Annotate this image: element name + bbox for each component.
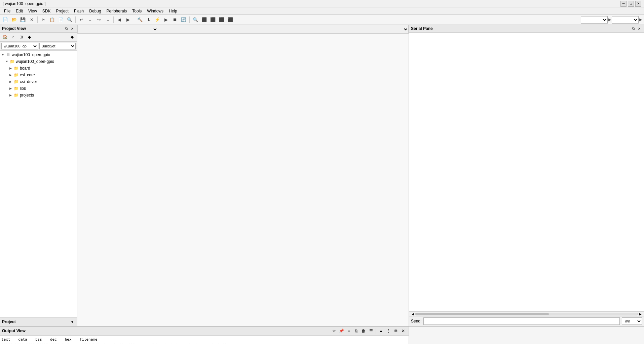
output-toolbar: ☆ 📌 ≡ ⎘ 🗑 ☰ ▲ ⋮ ⧉ ✕ [331, 328, 407, 334]
content-area [77, 25, 409, 326]
serial-float-button[interactable]: ⧉ [631, 26, 636, 31]
close-button[interactable]: ✕ [635, 1, 641, 7]
menu-item-peripherals[interactable]: Peripherals [104, 8, 130, 14]
toolbar-redo-arrow[interactable]: ⌄ [104, 16, 112, 24]
toolbar-flash[interactable]: ⚡ [153, 16, 161, 24]
toolbar-close[interactable]: ✕ [28, 16, 36, 24]
toolbar-open[interactable]: 📂 [10, 16, 18, 24]
ot-scroll-top[interactable]: ▲ [378, 328, 384, 334]
output-line-2: 26368 1628 6932 34928 8870 C:/Users/LENO… [1, 343, 407, 344]
toolbar-nav-back[interactable]: ◀ [115, 16, 123, 24]
editor-right-dropdown[interactable] [328, 25, 409, 34]
project-dropdown[interactable]: wujian100_op [1, 43, 38, 49]
menu-item-tools[interactable]: Tools [129, 8, 144, 14]
ot-pin[interactable]: 📌 [338, 328, 345, 334]
menu-item-flash[interactable]: Flash [71, 8, 86, 14]
tree-item-libs[interactable]: ▶ 📁 libs [0, 85, 77, 92]
board-folder-icon: 📁 [13, 66, 19, 71]
project-tree-container: ▼ 🖥 wujian100_open-gpio ▼ 📁 wujian100_op… [0, 51, 77, 317]
menu-item-windows[interactable]: Windows [144, 8, 166, 14]
toolbar-config-dropdown[interactable] [612, 16, 639, 24]
menu-item-edit[interactable]: Edit [13, 8, 26, 14]
tree-project-label: wujian100_open-gpio [16, 59, 54, 64]
tb-sep4 [134, 16, 134, 23]
ot-close[interactable]: ✕ [400, 328, 407, 334]
menu-item-sdk[interactable]: SDK [40, 8, 53, 14]
tree-item-board[interactable]: ▶ 📁 board [0, 65, 77, 72]
serial-hscroll[interactable]: ◀ ▶ [409, 311, 644, 316]
serial-content [409, 33, 644, 311]
toolbar-redo[interactable]: ↪ [95, 16, 103, 24]
menu-item-debug[interactable]: Debug [86, 8, 104, 14]
menu-item-view[interactable]: View [26, 8, 40, 14]
toolbar-peripheral4[interactable]: ⬛ [226, 16, 234, 24]
toolbar-find[interactable]: 🔍 [66, 16, 74, 24]
tree-expand-csi-core: ▶ [9, 73, 13, 77]
pt-bookmark[interactable]: ◆ [26, 34, 33, 40]
pt-navigate[interactable]: 🏠 [1, 34, 9, 40]
restore-button[interactable]: □ [628, 1, 634, 7]
tree-expand-projects: ▶ [9, 93, 13, 97]
toolbar-build[interactable]: 🔨 [136, 16, 144, 24]
project-bottom-dropdown[interactable]: ▼ [70, 319, 75, 324]
pt-home[interactable]: ⌂ [9, 34, 17, 40]
serial-scroll-right[interactable]: ▶ [638, 312, 643, 316]
toolbar-zoom[interactable]: 🔍 [191, 16, 199, 24]
project-panel: Project View ⧉ ✕ 🏠 ⌂ ⊞ ◆ ◆ wujian100_op … [0, 25, 77, 326]
ot-more[interactable]: ⋮ [385, 328, 392, 334]
ot-float[interactable]: ⧉ [392, 328, 399, 334]
menu-item-file[interactable]: File [1, 8, 13, 14]
csi-core-folder-icon: 📁 [13, 72, 19, 78]
menu-item-project[interactable]: Project [53, 8, 71, 14]
buildset-dropdown[interactable]: BuildSet [39, 43, 76, 49]
toolbar-debug-reset[interactable]: 🔄 [180, 16, 188, 24]
panel-float-button[interactable]: ⧉ [64, 26, 69, 31]
menu-item-help[interactable]: Help [166, 8, 180, 14]
toolbar-save[interactable]: 💾 [19, 16, 27, 24]
project-folder-icon: 📁 [9, 59, 15, 64]
pt-settings[interactable]: ◆ [68, 34, 76, 40]
title-bar: [ wujian100_open-gpio ] ─ □ ✕ [0, 0, 644, 7]
editor-header [77, 25, 409, 34]
minimize-button[interactable]: ─ [620, 1, 627, 7]
toolbar-nav-fwd[interactable]: ▶ [124, 16, 132, 24]
ot-copy-to-file[interactable]: ⎘ [353, 328, 359, 334]
serial-scroll-left[interactable]: ◀ [410, 312, 415, 316]
panel-close-button[interactable]: ✕ [70, 26, 75, 31]
toolbar-peripheral2[interactable]: ⬛ [209, 16, 217, 24]
tree-item-projects[interactable]: ▶ 📁 projects [0, 92, 77, 99]
tb-sep3 [113, 16, 114, 23]
toolbar-debug-start[interactable]: ▶ [162, 16, 170, 24]
ot-star[interactable]: ☆ [331, 328, 337, 334]
output-view-container: Output View ☆ 📌 ≡ ⎘ 🗑 ☰ ▲ ⋮ ⧉ ✕ text [0, 327, 644, 344]
ot-align[interactable]: ≡ [345, 328, 352, 334]
serial-hscroll-track[interactable] [415, 313, 638, 315]
tree-item-csi-core[interactable]: ▶ 📁 csi_core [0, 72, 77, 78]
tree-project-node[interactable]: ▼ 📁 wujian100_open-gpio [0, 58, 77, 65]
tree-workspace-root[interactable]: ▼ 🖥 wujian100_open-gpio [0, 51, 77, 58]
tree-expand-workspace: ▼ [1, 53, 5, 56]
toolbar-copy[interactable]: 📋 [48, 16, 56, 24]
ot-clear[interactable]: 🗑 [360, 328, 367, 334]
toolbar-new[interactable]: 📄 [1, 16, 9, 24]
toolbar-undo-arrow[interactable]: ⌄ [86, 16, 94, 24]
toolbar-debug-stop[interactable]: ⏹ [171, 16, 179, 24]
ot-settings[interactable]: ☰ [368, 328, 374, 334]
toolbar-file-dropdown[interactable] [581, 16, 608, 24]
toolbar-paste[interactable]: 📄 [57, 16, 65, 24]
tree-item-csi-driver[interactable]: ▶ 📁 csi_driver [0, 78, 77, 85]
toolbar-download[interactable]: ⬇ [145, 16, 153, 24]
pt-expand[interactable]: ⊞ [17, 34, 25, 40]
tb-sep1 [37, 16, 38, 23]
tree-label-csi-core: csi_core [20, 73, 35, 77]
send-suffix-dropdown[interactable]: \r\n [622, 317, 642, 325]
tree-label-libs: libs [20, 86, 26, 91]
toolbar-undo[interactable]: ↩ [77, 16, 85, 24]
editor-left-dropdown[interactable] [77, 25, 158, 34]
serial-close-button[interactable]: ✕ [637, 26, 642, 31]
send-input[interactable] [423, 317, 620, 325]
toolbar-peripheral3[interactable]: ⬛ [218, 16, 226, 24]
toolbar-cut[interactable]: ✂ [39, 16, 47, 24]
serial-bottom [409, 327, 644, 344]
toolbar-peripheral1[interactable]: ⬛ [200, 16, 208, 24]
